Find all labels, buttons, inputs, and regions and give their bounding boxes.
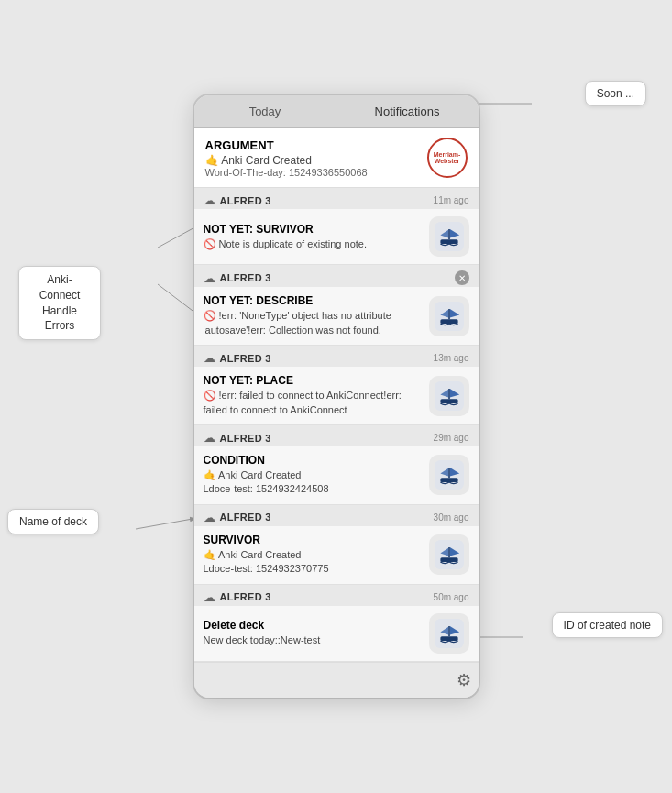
anki-connect-annotation: Anki-Connect Handle Errors	[18, 266, 101, 340]
first-notif-title: ARGUMENT	[205, 138, 420, 152]
notif-title-0: NOT YET: SURVIVOR	[204, 223, 422, 236]
ship-icon-1	[429, 296, 469, 336]
notification-item-5: ☁ALFRED 350m agoDelete deckNew deck toda…	[194, 585, 479, 662]
notif-source-0: ALFRED 3	[220, 195, 271, 206]
notif-emoji-1: 🚫	[204, 310, 219, 321]
ship-icon-2	[429, 376, 469, 416]
svg-rect-7	[448, 229, 450, 239]
first-notif-sub: 🤙 Anki Card Created	[205, 154, 420, 167]
notif-time-5: 50m ago	[434, 592, 469, 602]
first-notif-id: Word-Of-The-day: 15249336550068	[205, 167, 420, 178]
notif-content-3: CONDITION🤙 Anki Card CreatedLdoce-test: …	[204, 454, 422, 497]
close-button-1[interactable]: ✕	[455, 270, 469, 285]
notif-desc-4: 🤙 Anki Card CreatedLdoce-test: 152493237…	[204, 548, 422, 577]
notif-body-2: NOT YET: PLACE🚫 !err: failed to connect …	[194, 367, 479, 424]
tab-notifications[interactable]: Notifications	[336, 95, 479, 127]
notif-time-0: 11m ago	[434, 195, 469, 205]
svg-line-3	[136, 519, 193, 529]
first-notification: ARGUMENT 🤙 Anki Card Created Word-Of-The…	[194, 128, 479, 188]
notif-title-5: Delete deck	[204, 619, 422, 632]
notif-desc-text-1: !err: 'NoneType' object has no attribute…	[204, 310, 391, 335]
merriam-webster-logo: Merriam-Webster	[427, 138, 468, 178]
notif-desc-1: 🚫 !err: 'NoneType' object has no attribu…	[204, 309, 422, 337]
notif-desc-text-0: Note is duplicate of existing note.	[219, 238, 367, 249]
notif-source-1: ALFRED 3	[220, 272, 271, 283]
notif-header-0: ☁ALFRED 311m ago	[194, 188, 479, 209]
notif-content-1: NOT YET: DESCRIBE🚫 !err: 'NoneType' obje…	[204, 294, 422, 337]
svg-rect-32	[448, 626, 450, 636]
notif-header-1: ☁ALFRED 3✕	[194, 265, 479, 287]
notif-body-4: SURVIVOR🤙 Anki Card CreatedLdoce-test: 1…	[194, 526, 479, 584]
notification-list: ☁ALFRED 311m agoNOT YET: SURVIVOR🚫 Note …	[194, 188, 479, 661]
notif-source-5: ALFRED 3	[220, 591, 271, 602]
notification-item-3: ☁ALFRED 329m agoCONDITION🤙 Anki Card Cre…	[194, 425, 479, 505]
notif-desc-0: 🚫 Note is duplicate of existing note.	[204, 237, 422, 251]
notif-body-3: CONDITION🤙 Anki Card CreatedLdoce-test: …	[194, 446, 479, 504]
notification-item-4: ☁ALFRED 330m agoSURVIVOR🤙 Anki Card Crea…	[194, 505, 479, 585]
cloud-icon-3: ☁	[204, 431, 215, 445]
mw-logo-text: Merriam-Webster	[434, 151, 461, 165]
cloud-icon-0: ☁	[204, 193, 215, 207]
notif-desc-text-3: Anki Card CreatedLdoce-test: 15249324245…	[204, 469, 329, 494]
notif-body-1: NOT YET: DESCRIBE🚫 !err: 'NoneType' obje…	[194, 287, 479, 345]
svg-rect-27	[448, 547, 450, 557]
notif-header-left-2: ☁ALFRED 3	[204, 351, 271, 365]
first-notif-emoji: 🤙	[205, 154, 219, 167]
notif-content-0: NOT YET: SURVIVOR🚫 Note is duplicate of …	[204, 223, 422, 251]
svg-rect-22	[448, 468, 450, 478]
notification-item-1: ☁ALFRED 3✕NOT YET: DESCRIBE🚫 !err: 'None…	[194, 265, 479, 346]
notif-emoji-3: 🤙	[204, 469, 218, 480]
ship-icon-3	[429, 455, 469, 495]
notif-title-3: CONDITION	[204, 454, 422, 467]
bottom-bar: ⚙	[194, 662, 479, 698]
notif-header-2: ☁ALFRED 313m ago	[194, 346, 479, 367]
notif-header-4: ☁ALFRED 330m ago	[194, 505, 479, 526]
name-of-deck-annotation: Name of deck	[7, 509, 99, 534]
ship-icon-5	[429, 613, 469, 654]
notif-source-4: ALFRED 3	[220, 512, 271, 523]
tab-bar: Today Notifications	[194, 95, 479, 128]
notif-content-4: SURVIVOR🤙 Anki Card CreatedLdoce-test: 1…	[204, 534, 422, 577]
cloud-icon-2: ☁	[204, 351, 215, 365]
notif-time-3: 29m ago	[434, 433, 469, 443]
notif-desc-text-5: New deck today::New-test	[204, 634, 321, 645]
notif-body-0: NOT YET: SURVIVOR🚫 Note is duplicate of …	[194, 209, 479, 264]
notification-item-2: ☁ALFRED 313m agoNOT YET: PLACE🚫 !err: fa…	[194, 346, 479, 425]
notif-time-4: 30m ago	[434, 512, 469, 523]
notif-emoji-2: 🚫	[204, 390, 219, 401]
notif-header-left-5: ☁ALFRED 3	[204, 590, 271, 604]
phone-panel: Today Notifications ARGUMENT 🤙 Anki Card…	[194, 95, 479, 697]
notif-title-2: NOT YET: PLACE	[204, 374, 422, 387]
notif-source-3: ALFRED 3	[220, 433, 271, 444]
notif-content-5: Delete deckNew deck today::New-test	[204, 619, 422, 647]
notif-title-1: NOT YET: DESCRIBE	[204, 294, 422, 307]
cloud-icon-4: ☁	[204, 511, 215, 524]
notif-emoji-0: 🚫	[204, 238, 219, 249]
notif-header-left-1: ☁ALFRED 3	[204, 271, 271, 285]
cloud-icon-5: ☁	[204, 590, 215, 604]
soon-annotation: Soon ...	[585, 81, 646, 106]
first-notif-text: ARGUMENT 🤙 Anki Card Created Word-Of-The…	[205, 138, 420, 178]
notif-title-4: SURVIVOR	[204, 534, 422, 546]
notif-time-2: 13m ago	[434, 353, 469, 363]
ship-icon-4	[429, 534, 469, 575]
svg-rect-12	[448, 309, 450, 319]
notif-desc-text-2: !err: failed to connect to AnkiConnect!e…	[204, 390, 402, 414]
notif-header-left-0: ☁ALFRED 3	[204, 193, 271, 207]
notif-header-left-4: ☁ALFRED 3	[204, 511, 271, 524]
id-of-created-note-annotation: ID of created note	[552, 612, 663, 638]
notif-desc-2: 🚫 !err: failed to connect to AnkiConnect…	[204, 389, 422, 417]
first-notif-sub-text: Anki Card Created	[221, 154, 312, 167]
notif-emoji-4: 🤙	[204, 549, 218, 560]
svg-rect-17	[448, 389, 450, 399]
settings-icon[interactable]: ⚙	[457, 670, 471, 690]
notif-desc-text-4: Anki Card CreatedLdoce-test: 15249323707…	[204, 549, 329, 574]
tab-today[interactable]: Today	[194, 95, 336, 127]
notif-content-2: NOT YET: PLACE🚫 !err: failed to connect …	[204, 374, 422, 417]
notif-header-3: ☁ALFRED 329m ago	[194, 425, 479, 446]
notif-header-left-3: ☁ALFRED 3	[204, 431, 271, 445]
notification-item-0: ☁ALFRED 311m agoNOT YET: SURVIVOR🚫 Note …	[194, 188, 479, 265]
notif-header-5: ☁ALFRED 350m ago	[194, 585, 479, 606]
notif-desc-5: New deck today::New-test	[204, 633, 422, 647]
notif-desc-3: 🤙 Anki Card CreatedLdoce-test: 152493242…	[204, 468, 422, 497]
